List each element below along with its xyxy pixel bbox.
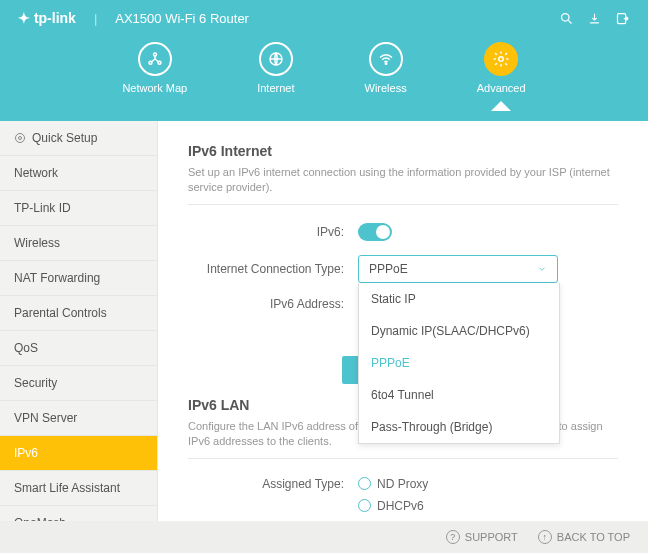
back-to-top-button[interactable]: ↑BACK TO TOP [538, 530, 630, 544]
sidebar-item-quick-setup[interactable]: Quick Setup [0, 121, 157, 156]
svg-point-3 [153, 53, 156, 56]
dropdown-option-static[interactable]: Static IP [359, 283, 559, 315]
assigned-type-label: Assigned Type: [188, 477, 358, 491]
svg-point-10 [16, 134, 25, 143]
dropdown-option-pppoe[interactable]: PPPoE [359, 347, 559, 379]
divider: | [94, 11, 97, 26]
sidebar-item-parental[interactable]: Parental Controls [0, 296, 157, 331]
sidebar-item-smart-life[interactable]: Smart Life Assistant [0, 471, 157, 506]
tab-advanced[interactable]: Advanced [477, 42, 526, 94]
header: ✦ tp-link | AX1500 Wi-Fi 6 Router Networ… [0, 0, 648, 121]
tab-network-map[interactable]: Network Map [122, 42, 187, 94]
sidebar-item-vpn[interactable]: VPN Server [0, 401, 157, 436]
top-icons [559, 11, 630, 26]
sidebar-item-wireless[interactable]: Wireless [0, 226, 157, 261]
dropdown-option-dynamic[interactable]: Dynamic IP(SLAAC/DHCPv6) [359, 315, 559, 347]
sidebar-item-ipv6[interactable]: IPv6 [0, 436, 157, 471]
chevron-down-icon [537, 264, 547, 274]
tab-wireless[interactable]: Wireless [365, 42, 407, 94]
svg-point-9 [19, 137, 22, 140]
support-icon: ? [446, 530, 460, 544]
main-content: IPv6 Internet Set up an IPv6 internet co… [158, 121, 648, 521]
divider [188, 204, 618, 205]
radio-nd-proxy[interactable]: ND Proxy [358, 477, 428, 491]
conn-type-value: PPPoE [369, 262, 408, 276]
sidebar: Quick Setup Network TP-Link ID Wireless … [0, 121, 158, 521]
sidebar-item-onemesh[interactable]: OneMesh [0, 506, 157, 521]
sidebar-item-nat[interactable]: NAT Forwarding [0, 261, 157, 296]
svg-line-1 [568, 20, 571, 23]
ipv6-toggle[interactable] [358, 223, 392, 241]
radio-dhcpv6[interactable]: DHCPv6 [358, 499, 428, 513]
conn-type-select[interactable]: PPPoE [358, 255, 558, 283]
sidebar-item-network[interactable]: Network [0, 156, 157, 191]
dropdown-option-6to4[interactable]: 6to4 Tunnel [359, 379, 559, 411]
support-button[interactable]: ?SUPPORT [446, 530, 518, 544]
divider [188, 458, 618, 459]
ipv6-internet-desc: Set up an IPv6 internet connection using… [188, 165, 618, 196]
model-name: AX1500 Wi-Fi 6 Router [115, 11, 249, 26]
logo: ✦ tp-link | AX1500 Wi-Fi 6 Router [18, 10, 249, 26]
conn-type-dropdown: Static IP Dynamic IP(SLAAC/DHCPv6) PPPoE… [358, 283, 560, 444]
sidebar-item-security[interactable]: Security [0, 366, 157, 401]
sidebar-item-qos[interactable]: QoS [0, 331, 157, 366]
sidebar-item-tplink-id[interactable]: TP-Link ID [0, 191, 157, 226]
brand-logo: ✦ tp-link [18, 10, 76, 26]
logout-icon[interactable] [615, 11, 630, 26]
svg-point-0 [562, 13, 570, 21]
download-icon[interactable] [588, 12, 601, 25]
dropdown-option-passthrough[interactable]: Pass-Through (Bridge) [359, 411, 559, 443]
svg-point-8 [499, 57, 504, 62]
footer: ?SUPPORT ↑BACK TO TOP [0, 521, 648, 553]
topbar: ✦ tp-link | AX1500 Wi-Fi 6 Router [0, 0, 648, 36]
ipv6-internet-title: IPv6 Internet [188, 143, 618, 159]
ipv6-addr-label: IPv6 Address: [188, 297, 358, 311]
svg-point-7 [385, 63, 387, 65]
up-arrow-icon: ↑ [538, 530, 552, 544]
ipv6-toggle-label: IPv6: [188, 225, 358, 239]
main-tabs: Network Map Internet Wireless Advanced [0, 36, 648, 94]
conn-type-label: Internet Connection Type: [188, 262, 358, 276]
tab-internet[interactable]: Internet [257, 42, 294, 94]
search-icon[interactable] [559, 11, 574, 26]
